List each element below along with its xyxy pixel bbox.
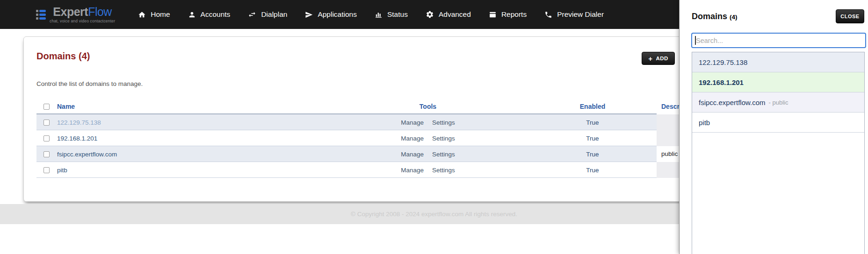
nav-item-label: Advanced — [439, 10, 471, 19]
page-title: Domains (4) — [36, 51, 687, 62]
panel-domain-note: - public — [769, 99, 788, 106]
manage-link[interactable]: Manage — [401, 135, 424, 142]
settings-link[interactable]: Settings — [432, 151, 455, 158]
table-header-row: Name Tools Enabled Description — [36, 99, 687, 114]
nav-item-preview-dialer[interactable]: Preview Dialer — [535, 0, 613, 29]
domain-name-link[interactable]: 122.129.75.138 — [57, 119, 101, 126]
home-icon — [138, 11, 146, 19]
enabled-value[interactable]: True — [586, 167, 599, 174]
column-header-name[interactable]: Name — [56, 103, 327, 110]
logo-tagline: chat, voice and video contactcenter — [50, 19, 115, 23]
plus-icon: + — [648, 55, 652, 62]
panel-domain-label: 122.129.75.138 — [699, 58, 747, 66]
nav-item-label: Applications — [318, 10, 357, 19]
panel-domain-list: 122.129.75.138 192.168.1.201 fsipcc.expe… — [692, 52, 865, 254]
bar-chart-icon — [375, 11, 383, 19]
reports-icon — [489, 11, 497, 19]
nav-item-advanced[interactable]: Advanced — [417, 0, 480, 29]
row-checkbox[interactable] — [43, 135, 50, 141]
panel-domain-label: pitb — [699, 119, 710, 127]
nav-item-label: Preview Dialer — [557, 10, 604, 19]
manage-link[interactable]: Manage — [401, 151, 424, 158]
row-checkbox[interactable] — [43, 167, 50, 173]
paper-plane-icon — [305, 11, 313, 19]
search-input[interactable] — [691, 33, 866, 48]
panel-domain-item[interactable]: pitb — [692, 113, 864, 133]
nav-item-home[interactable]: Home — [129, 0, 179, 29]
nav-item-applications[interactable]: Applications — [296, 0, 366, 29]
user-icon — [188, 11, 196, 19]
table-row: 122.129.75.138 Manage Settings True — [36, 114, 687, 130]
nav-item-status[interactable]: Status — [366, 0, 417, 29]
row-checkbox[interactable] — [43, 120, 50, 126]
text-cursor — [695, 36, 696, 45]
expertflow-logo[interactable]: ExpertFlow chat, voice and video contact… — [36, 6, 115, 23]
nav-item-label: Dialplan — [261, 10, 287, 19]
manage-link[interactable]: Manage — [401, 119, 424, 126]
nav-menu: Home Accounts Dialplan Applications Stat… — [129, 0, 613, 29]
panel-domain-label: fsipcc.expertflow.com — [699, 99, 766, 106]
manage-link[interactable]: Manage — [401, 167, 424, 174]
domain-name-link[interactable]: pitb — [57, 167, 67, 174]
table-row: pitb Manage Settings True — [36, 162, 687, 178]
select-all-checkbox[interactable] — [43, 104, 50, 110]
table-row: fsipcc.expertflow.com Manage Settings Tr… — [36, 146, 687, 162]
settings-link[interactable]: Settings — [432, 119, 455, 126]
settings-link[interactable]: Settings — [432, 135, 455, 142]
column-header-enabled[interactable]: Enabled — [528, 103, 657, 110]
phone-icon — [544, 11, 552, 19]
page-subtitle: Control the list of domains to manage. — [36, 80, 687, 87]
nav-item-accounts[interactable]: Accounts — [179, 0, 239, 29]
table-body: 122.129.75.138 Manage Settings True 192.… — [36, 114, 687, 178]
enabled-value[interactable]: True — [586, 119, 599, 126]
nav-item-label: Home — [151, 10, 170, 19]
add-button[interactable]: + ADD — [642, 52, 675, 65]
domain-name-link[interactable]: fsipcc.expertflow.com — [57, 151, 117, 158]
domains-table: Name Tools Enabled Description 122.129.7… — [36, 99, 687, 178]
enabled-value[interactable]: True — [586, 135, 599, 142]
nav-item-dialplan[interactable]: Dialplan — [239, 0, 296, 29]
nav-item-label: Status — [387, 10, 408, 19]
swap-arrows-icon — [248, 10, 256, 19]
panel-domain-item[interactable]: 192.168.1.201 — [692, 72, 864, 92]
nav-item-label: Reports — [501, 10, 527, 19]
close-button[interactable]: CLOSE — [836, 9, 864, 23]
panel-domain-label: 192.168.1.201 — [699, 78, 744, 86]
nav-item-reports[interactable]: Reports — [480, 0, 535, 29]
domains-card: Domains (4) + ADD Control the list of do… — [23, 36, 687, 202]
add-button-label: ADD — [656, 56, 668, 61]
panel-title: Domains(4) — [692, 12, 738, 21]
expertflow-logo-icon — [36, 10, 46, 20]
panel-count-badge: (4) — [730, 14, 738, 21]
panel-domain-item[interactable]: fsipcc.expertflow.com - public — [692, 92, 864, 113]
column-header-tools[interactable]: Tools — [327, 103, 528, 110]
domain-name-link[interactable]: 192.168.1.201 — [57, 135, 97, 142]
enabled-value[interactable]: True — [586, 151, 599, 158]
nav-item-label: Accounts — [201, 10, 231, 19]
gear-icon — [426, 10, 434, 19]
row-checkbox[interactable] — [43, 151, 50, 157]
settings-link[interactable]: Settings — [432, 167, 455, 174]
logo-wordmark: ExpertFlow — [53, 6, 112, 18]
panel-domain-item[interactable]: 122.129.75.138 — [692, 52, 864, 72]
table-row: 192.168.1.201 Manage Settings True — [36, 130, 687, 146]
domains-side-panel: Domains(4) CLOSE 122.129.75.138 192.168.… — [679, 0, 868, 254]
